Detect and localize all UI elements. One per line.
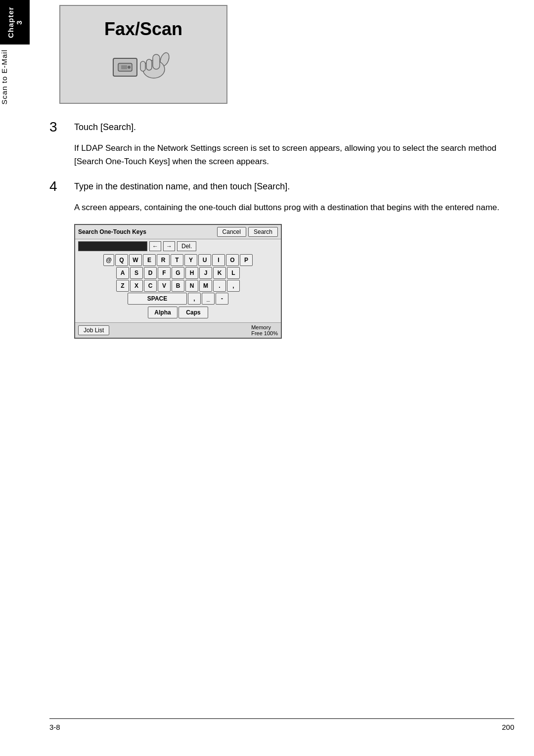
key-c[interactable]: C [144, 280, 157, 292]
key-e[interactable]: E [143, 254, 156, 266]
chapter-badge: Chapter 3 [0, 0, 30, 44]
key-j[interactable]: J [199, 267, 212, 279]
page-container: Chapter 3 Scan to E-Mail Fax/Scan [0, 0, 534, 756]
key-space[interactable]: SPACE [128, 293, 187, 305]
key-s[interactable]: S [130, 267, 143, 279]
step-4-text: Type in the destination name, and then t… [74, 178, 290, 193]
chapter-sidebar: Chapter 3 Scan to E-Mail [0, 0, 35, 208]
left-arrow-button[interactable]: ← [149, 241, 161, 251]
key-dash[interactable]: - [216, 293, 228, 305]
page-footer: 3-8 200 [49, 718, 514, 731]
ks-text-field[interactable] [78, 241, 147, 251]
key-n[interactable]: N [185, 280, 198, 292]
svg-point-2 [128, 66, 131, 69]
key-p[interactable]: P [240, 254, 253, 266]
search-button[interactable]: Search [248, 227, 278, 237]
fax-scan-image: Fax/Scan [59, 5, 227, 104]
key-u[interactable]: U [198, 254, 211, 266]
sidebar-section-label: Scan to E-Mail [0, 49, 18, 105]
key-period[interactable]: . [213, 280, 226, 292]
key-x[interactable]: X [130, 280, 143, 292]
ks-bottom-bar: Job List Memory Free 100% [75, 322, 281, 338]
key-l[interactable]: L [227, 267, 240, 279]
key-m[interactable]: M [199, 280, 212, 292]
key-y[interactable]: Y [184, 254, 197, 266]
key-h[interactable]: H [185, 267, 198, 279]
key-v[interactable]: V [158, 280, 171, 292]
step-4-subtext: A screen appears, containing the one-tou… [74, 201, 514, 214]
step-4-row: 4 Type in the destination name, and then… [49, 178, 514, 195]
ks-key-rows: @ Q W E R T Y U I O P A S D F [75, 253, 281, 322]
key-underscore[interactable]: _ [202, 293, 215, 305]
key-t[interactable]: T [171, 254, 183, 266]
fax-scan-title: Fax/Scan [104, 19, 182, 40]
ks-row-4: SPACE , _ - [77, 293, 279, 305]
key-at[interactable]: @ [103, 254, 114, 266]
footer-right-text: 200 [502, 723, 514, 731]
key-k[interactable]: K [213, 267, 226, 279]
hand-pressing-icon [135, 44, 175, 90]
ks-top-buttons: Cancel Search [217, 227, 278, 237]
memory-display: Memory Free 100% [251, 324, 278, 336]
key-d[interactable]: D [144, 267, 157, 279]
ks-top-bar: Search One-Touch Keys Cancel Search [75, 225, 281, 239]
chapter-label: Chapter 3 [6, 4, 23, 41]
ks-title: Search One-Touch Keys [78, 228, 146, 235]
key-q[interactable]: Q [115, 254, 128, 266]
keyboard-screen: Search One-Touch Keys Cancel Search ← → … [74, 224, 282, 339]
step-3-subtext: If LDAP Search in the Network Settings s… [74, 141, 514, 168]
svg-rect-6 [146, 59, 152, 70]
memory-sub: Free [251, 330, 263, 336]
step-4-section: 4 Type in the destination name, and then… [49, 178, 514, 214]
fax-button-icon [113, 58, 137, 77]
ks-input-row: ← → Del. [75, 239, 281, 253]
alpha-button[interactable]: Alpha [148, 307, 178, 318]
key-z[interactable]: Z [116, 280, 129, 292]
key-o[interactable]: O [226, 254, 239, 266]
right-arrow-button[interactable]: → [163, 241, 175, 251]
step-3-text: Touch [Search]. [74, 119, 136, 134]
step-3-number: 3 [49, 119, 69, 135]
job-list-button[interactable]: Job List [78, 325, 109, 335]
step-3-section: 3 Touch [Search]. If LDAP Search in the … [49, 119, 514, 168]
key-r[interactable]: R [157, 254, 170, 266]
step-3-row: 3 Touch [Search]. [49, 119, 514, 135]
svg-rect-1 [121, 65, 127, 69]
ks-row-5: Alpha Caps [77, 307, 279, 318]
key-w[interactable]: W [129, 254, 142, 266]
ks-bottom-left: Job List [78, 325, 109, 335]
svg-rect-7 [140, 61, 145, 71]
cancel-button[interactable]: Cancel [217, 227, 246, 237]
del-button[interactable]: Del. [177, 241, 196, 251]
memory-label: Memory [251, 324, 271, 330]
key-b[interactable]: B [172, 280, 184, 292]
ks-row-2: A S D F G H J K L [77, 267, 279, 279]
main-content: Fax/Scan [49, 0, 534, 339]
fax-scan-icon [113, 44, 175, 90]
svg-rect-5 [153, 54, 160, 69]
footer-page-number: 3-8 [49, 723, 60, 731]
key-g[interactable]: G [172, 267, 184, 279]
key-comma[interactable]: , [227, 280, 240, 292]
key-comma2[interactable]: , [188, 293, 201, 305]
key-i[interactable]: I [212, 254, 225, 266]
ks-row-3: Z X C V B N M . , [77, 280, 279, 292]
key-f[interactable]: F [158, 267, 171, 279]
memory-value: 100% [264, 330, 278, 336]
step-4-number: 4 [49, 178, 69, 195]
caps-button[interactable]: Caps [178, 307, 208, 318]
key-a[interactable]: A [116, 267, 129, 279]
ks-row-1: @ Q W E R T Y U I O P [77, 254, 279, 266]
